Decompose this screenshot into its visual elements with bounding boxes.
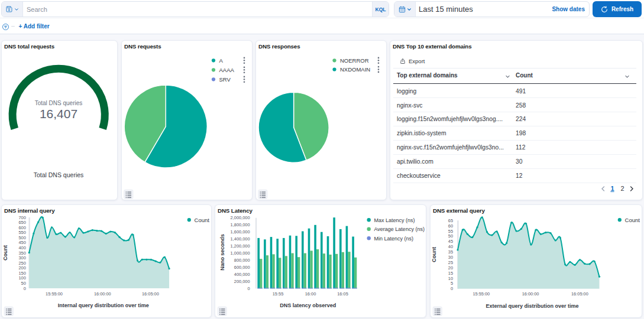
svg-text:1,000,000: 1,000,000 [231,250,250,256]
svg-text:200: 200 [18,265,25,271]
svg-text:SRV: SRV [219,76,231,83]
svg-text:15:55:00: 15:55:00 [46,291,63,297]
svg-text:200,000: 200,000 [234,279,250,284]
svg-text:45: 45 [448,239,453,244]
svg-text:350: 350 [18,250,25,256]
svg-text:100: 100 [18,275,25,281]
svg-text:5: 5 [451,281,453,286]
svg-text:15:55:00: 15:55:00 [473,291,490,297]
svg-text:400: 400 [18,245,25,250]
svg-text:External query distribution ov: External query distribution over time [486,303,578,309]
svg-text:65: 65 [448,218,453,223]
svg-text:Internal query distribution ov: Internal query distribution over time [58,302,149,308]
svg-text:DNS latency observed: DNS latency observed [280,302,336,308]
svg-text:NOERROR: NOERROR [340,57,369,64]
svg-text:35: 35 [448,249,453,255]
svg-text:Count: Count [625,217,640,223]
svg-text:Average Latency (ns): Average Latency (ns) [374,226,425,232]
svg-text:600,000: 600,000 [234,265,250,270]
svg-text:16,407: 16,407 [40,107,77,121]
svg-text:Total DNS queries: Total DNS queries [34,171,84,178]
svg-text:150: 150 [18,271,25,276]
svg-text:50: 50 [21,281,26,286]
svg-text:600: 600 [18,225,25,230]
svg-text:0: 0 [451,286,453,291]
svg-text:15:55: 15:55 [273,291,284,297]
svg-text:Max Latency (ns): Max Latency (ns) [374,217,415,223]
svg-text:20: 20 [448,265,453,271]
svg-text:2,000,000: 2,000,000 [231,215,250,220]
svg-text:NXDOMAIN: NXDOMAIN [340,66,370,73]
svg-text:650: 650 [18,220,25,225]
svg-text:1,400,000: 1,400,000 [231,236,250,242]
svg-text:Count: Count [431,247,437,262]
svg-text:16:00:00: 16:00:00 [94,291,111,297]
svg-text:700: 700 [18,215,25,220]
svg-text:Total DNS queries: Total DNS queries [35,100,83,106]
svg-text:16:00:00: 16:00:00 [522,291,539,297]
svg-text:0: 0 [24,286,26,291]
svg-text:25: 25 [448,260,453,265]
svg-text:450: 450 [18,240,25,245]
svg-text:250: 250 [18,261,25,266]
svg-text:30: 30 [448,255,453,260]
svg-text:400,000: 400,000 [234,272,250,277]
svg-text:500: 500 [18,235,25,240]
svg-text:50: 50 [448,233,453,239]
svg-text:Min Latency (ns): Min Latency (ns) [374,236,414,242]
svg-text:16:05:00: 16:05:00 [571,291,588,297]
svg-text:300: 300 [18,255,25,261]
svg-text:1,800,000: 1,800,000 [231,222,250,227]
svg-text:Count: Count [2,245,8,261]
svg-text:800,000: 800,000 [234,258,250,263]
svg-text:55: 55 [448,229,453,234]
svg-text:1,600,000: 1,600,000 [231,229,250,235]
svg-text:A: A [219,57,224,64]
svg-text:60: 60 [448,223,453,229]
svg-text:16:00: 16:00 [305,291,316,297]
svg-text:Nano seconds: Nano seconds [219,234,225,271]
svg-text:10: 10 [448,276,453,281]
svg-text:Count: Count [195,217,210,223]
svg-text:0: 0 [247,286,250,291]
svg-text:AAAA: AAAA [219,67,235,73]
svg-text:16:05: 16:05 [337,291,348,297]
svg-text:1,200,000: 1,200,000 [231,243,250,249]
svg-text:40: 40 [448,244,453,249]
svg-text:15: 15 [448,271,453,276]
svg-text:16:05:00: 16:05:00 [142,291,159,297]
svg-text:550: 550 [18,230,25,235]
